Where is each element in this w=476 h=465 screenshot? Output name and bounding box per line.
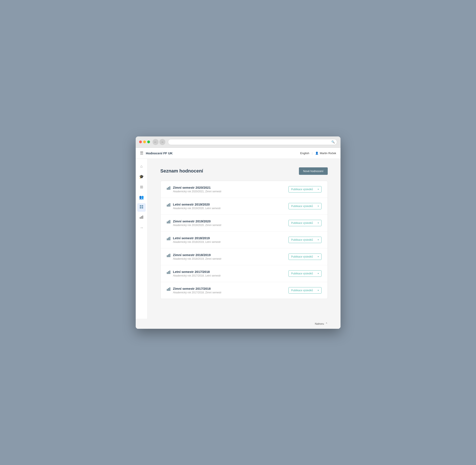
- item-subtitle: Akademický rok 2019/2020, Zimní semestr: [173, 224, 221, 227]
- svg-rect-11: [168, 204, 169, 207]
- svg-rect-10: [167, 205, 168, 207]
- svg-rect-0: [140, 205, 141, 207]
- svg-rect-18: [169, 237, 170, 240]
- status-dropdown-leto-2018-2019[interactable]: Publikace výsledků ▾: [289, 237, 322, 243]
- svg-rect-3: [142, 207, 143, 209]
- svg-rect-7: [167, 188, 168, 190]
- chevron-up-icon: ⌃: [325, 322, 328, 325]
- list-item[interactable]: Zimní semestr 2017/2018 Akademický rok 2…: [161, 282, 327, 299]
- sidebar-item-logout[interactable]: →: [137, 224, 146, 232]
- svg-rect-6: [142, 216, 143, 219]
- chevron-down-icon: ▾: [318, 289, 319, 291]
- chevron-down-icon: ▾: [318, 188, 319, 190]
- svg-rect-2: [140, 207, 141, 209]
- item-title: Letní semestr 2017/2018: [173, 270, 221, 274]
- status-dropdown-zima-2020-2021[interactable]: Publikace výsledků ▾: [289, 186, 322, 192]
- item-info: Zimní semestr 2019/2020 Akademický rok 2…: [173, 219, 221, 227]
- reports-icon: [139, 205, 144, 210]
- bar-chart-icon: [167, 254, 171, 258]
- status-label: Publikace výsledků: [291, 188, 313, 191]
- app-body: ⌂ 🎓 ⊞ 👥: [136, 159, 341, 319]
- forward-button[interactable]: →: [159, 139, 165, 145]
- page-footer: Nahoru ⌃: [136, 319, 341, 329]
- traffic-lights: [139, 140, 150, 143]
- language-link[interactable]: English: [300, 152, 309, 155]
- svg-rect-12: [169, 203, 170, 207]
- bar-chart-icon: [167, 220, 171, 225]
- status-label: Publikace výsledků: [291, 289, 313, 292]
- back-button[interactable]: ←: [152, 139, 159, 145]
- new-evaluation-button[interactable]: Nové hodnocení: [299, 167, 328, 175]
- browser-chrome: ← → 🔍: [136, 137, 341, 148]
- item-left: Zimní semestr 2017/2018 Akademický rok 2…: [167, 287, 221, 294]
- item-info: Zimní semestr 2020/2021 Akademický rok 2…: [173, 186, 221, 193]
- svg-rect-8: [168, 187, 169, 190]
- item-left: Letní semestr 2017/2018 Akademický rok 2…: [167, 270, 221, 277]
- sidebar: ⌂ 🎓 ⊞ 👥: [136, 159, 148, 319]
- evaluations-list: Zimní semestr 2020/2021 Akademický rok 2…: [161, 181, 328, 299]
- svg-rect-16: [167, 238, 168, 240]
- item-subtitle: Akademický rok 2017/2018, Letní semestr: [173, 274, 221, 277]
- svg-rect-23: [168, 271, 169, 274]
- item-left: Letní semestr 2019/2020 Akademický rok 2…: [167, 202, 221, 210]
- back-to-top-label: Nahoru: [315, 322, 324, 325]
- svg-rect-25: [167, 289, 168, 291]
- bar-chart-icon: [167, 270, 171, 275]
- status-dropdown-zima-2017-2018[interactable]: Publikace výsledků ▾: [289, 287, 322, 294]
- charts-icon: [139, 215, 144, 220]
- svg-rect-14: [168, 221, 169, 223]
- item-info: Zimní semestr 2017/2018 Akademický rok 2…: [173, 287, 221, 294]
- status-label: Publikace výsledků: [291, 222, 313, 224]
- list-item[interactable]: Zimní semestr 2018/2019 Akademický rok 2…: [161, 248, 327, 265]
- logout-icon: →: [140, 226, 143, 230]
- status-dropdown-zima-2019-2020[interactable]: Publikace výsledků ▾: [289, 220, 322, 226]
- sidebar-item-charts[interactable]: [137, 213, 146, 222]
- sidebar-item-users[interactable]: 👥: [137, 193, 146, 201]
- list-item[interactable]: Letní semestr 2019/2020 Akademický rok 2…: [161, 198, 327, 215]
- svg-rect-9: [169, 186, 170, 190]
- svg-rect-22: [167, 272, 168, 274]
- item-title: Zimní semestr 2018/2019: [173, 253, 221, 257]
- sidebar-item-home[interactable]: ⌂: [137, 162, 146, 171]
- svg-rect-21: [169, 254, 170, 257]
- traffic-light-yellow[interactable]: [143, 140, 146, 143]
- list-item[interactable]: Zimní semestr 2019/2020 Akademický rok 2…: [161, 215, 327, 232]
- user-section: 👤 Martin Roček: [315, 152, 336, 155]
- sidebar-item-courses[interactable]: 🎓: [137, 172, 146, 181]
- page-title: Seznam hodnocení: [161, 168, 203, 174]
- item-left: Zimní semestr 2020/2021 Akademický rok 2…: [167, 186, 221, 193]
- item-title: Zimní semestr 2017/2018: [173, 287, 221, 290]
- list-item[interactable]: Letní semestr 2018/2019 Akademický rok 2…: [161, 232, 327, 248]
- page-header: Seznam hodnocení Nové hodnocení: [161, 167, 328, 175]
- user-name: Martin Roček: [320, 152, 336, 155]
- top-nav: ☰ Hodnocení FF UK English | 👤 Martin Roč…: [136, 148, 341, 159]
- user-icon: 👤: [315, 152, 319, 155]
- status-dropdown-leto-2017-2018[interactable]: Publikace výsledků ▾: [289, 270, 322, 277]
- list-item[interactable]: Zimní semestr 2020/2021 Akademický rok 2…: [161, 181, 327, 198]
- chevron-down-icon: ▾: [318, 272, 319, 275]
- hamburger-icon[interactable]: ☰: [140, 151, 143, 155]
- list-item[interactable]: Letní semestr 2017/2018 Akademický rok 2…: [161, 265, 327, 282]
- svg-rect-5: [141, 216, 142, 219]
- address-bar[interactable]: 🔍: [168, 139, 337, 145]
- svg-rect-15: [169, 220, 170, 223]
- status-label: Publikace výsledků: [291, 205, 313, 208]
- svg-rect-1: [142, 205, 143, 207]
- item-info: Letní semestr 2017/2018 Akademický rok 2…: [173, 270, 221, 277]
- traffic-light-green[interactable]: [147, 140, 150, 143]
- status-dropdown-zima-2018-2019[interactable]: Publikace výsledků ▾: [289, 254, 322, 260]
- item-title: Zimní semestr 2019/2020: [173, 219, 221, 223]
- top-nav-right: English | 👤 Martin Roček: [300, 152, 336, 155]
- sidebar-item-reports[interactable]: [137, 203, 146, 212]
- item-info: Letní semestr 2019/2020 Akademický rok 2…: [173, 202, 221, 210]
- chevron-down-icon: ▾: [318, 239, 319, 241]
- svg-rect-17: [168, 238, 169, 240]
- sidebar-item-layout[interactable]: ⊞: [137, 183, 146, 191]
- nav-buttons: ← →: [152, 139, 165, 145]
- back-to-top-button[interactable]: Nahoru ⌃: [315, 322, 328, 325]
- top-nav-left: ☰ Hodnocení FF UK: [140, 151, 173, 155]
- chevron-down-icon: ▾: [318, 205, 319, 207]
- traffic-light-red[interactable]: [139, 140, 142, 143]
- svg-rect-27: [169, 287, 170, 291]
- status-dropdown-leto-2019-2020[interactable]: Publikace výsledků ▾: [289, 203, 322, 209]
